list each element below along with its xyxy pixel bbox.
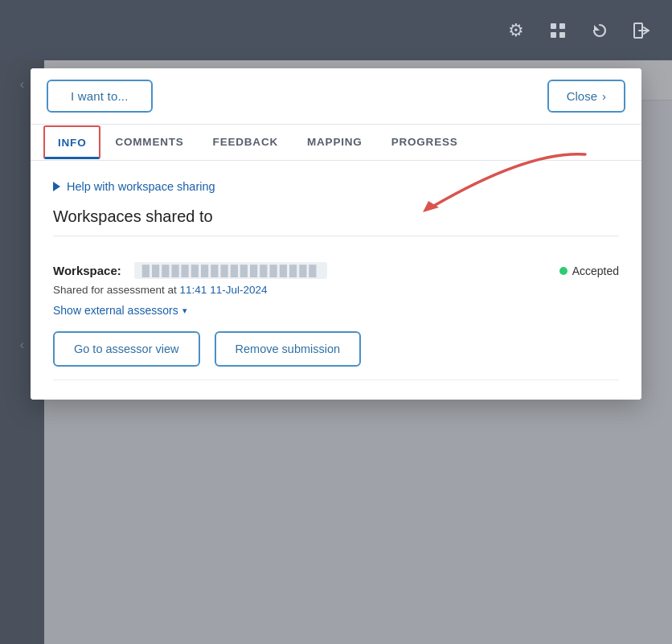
remove-submission-button[interactable]: Remove submission [215,331,362,367]
shared-time: 11:41 [180,284,207,296]
close-button[interactable]: Close › [547,80,625,113]
modal-overlay: I want to... Close › INFO COMMENTS FEEDB… [0,60,672,644]
help-workspace-link[interactable]: Help with workspace sharing [53,180,619,193]
tab-comments[interactable]: COMMENTS [100,125,198,160]
modal-body: Help with workspace sharing Workspaces s… [31,161,641,400]
modal-topbar: I want to... Close › [31,68,641,125]
tab-feedback[interactable]: FEEDBACK [199,125,293,160]
workspace-label: Workspace: [53,264,121,277]
workspace-row: Workspace: ██████████████████ Accepted [53,262,619,279]
svg-rect-2 [551,32,556,38]
status-text: Accepted [572,265,619,277]
shared-date: 11-Jul-2024 [210,284,267,296]
svg-rect-1 [559,23,565,29]
settings-icon[interactable]: ⚙ [498,13,534,48]
refresh-icon[interactable] [582,13,617,48]
shared-info: Shared for assessment at 11:41 11-Jul-20… [53,284,619,296]
tab-info[interactable]: INFO [43,125,100,159]
chevron-down-icon: ▾ [182,306,187,316]
help-arrow-icon [53,182,60,191]
status-dot-accepted [559,267,568,275]
workspace-entry: Workspace: ██████████████████ Accepted S… [53,249,619,380]
action-buttons: Go to assessor view Remove submission [53,331,619,367]
modal-dialog: I want to... Close › INFO COMMENTS FEEDB… [31,68,641,400]
i-want-to-button[interactable]: I want to... [47,80,153,113]
top-bar: ⚙ [0,0,672,60]
tab-progress[interactable]: PROGRESS [377,125,473,160]
modal-tabs: INFO COMMENTS FEEDBACK MAPPING PROGRESS [31,125,641,161]
section-title: Workspaces shared to [53,207,619,236]
svg-marker-4 [594,25,600,31]
grid-icon[interactable] [540,13,576,48]
workspace-name-blurred: ██████████████████ [134,262,327,279]
status-badge: Accepted [559,265,619,277]
svg-rect-0 [551,23,556,29]
tab-mapping[interactable]: MAPPING [293,125,377,160]
goto-assessor-view-button[interactable]: Go to assessor view [53,331,200,367]
show-assessors-link[interactable]: Show external assessors ▾ [53,304,619,317]
exit-icon[interactable] [624,13,659,48]
svg-rect-3 [559,32,565,38]
